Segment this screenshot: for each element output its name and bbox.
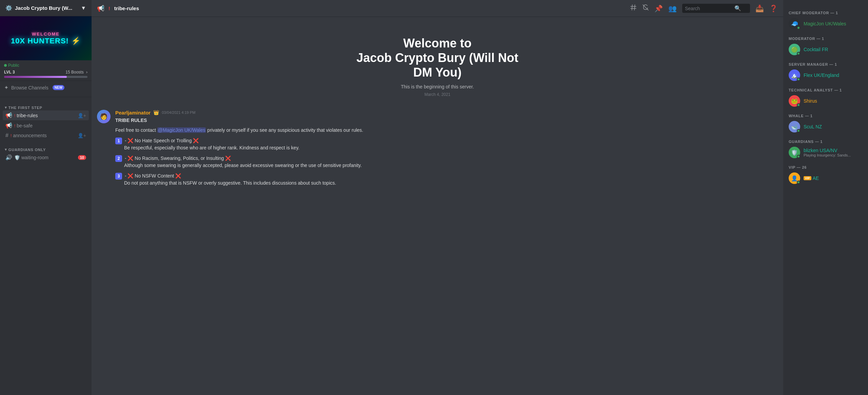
- member-group-server-mgr: SERVER MANAGER — 1: [786, 60, 865, 68]
- avatar: 🧑: [97, 110, 111, 123]
- hash-icon-announcements: #: [5, 132, 8, 139]
- add-user-icon-announcements[interactable]: 👤+: [78, 133, 86, 138]
- hashtag-icon[interactable]: [630, 4, 637, 13]
- rule-3-body: Do not post anything that is NSFW or ove…: [124, 180, 778, 187]
- member-item-cocktail[interactable]: 🟢 Cocktail FR: [786, 42, 865, 57]
- member-name-shirus: Shirus: [804, 98, 863, 104]
- channel-group-label-first-step[interactable]: ▾ THE FIRST STEP: [3, 105, 89, 110]
- channel-group-guardians: ▾ GUARDIANS ONLY 🔊 🛡️ waiting-room 10: [0, 142, 92, 164]
- rule-3-num: 3: [115, 173, 122, 180]
- avatar-ae: 👤: [789, 172, 800, 184]
- public-dot: [4, 64, 7, 67]
- members-icon[interactable]: 👥: [668, 4, 677, 13]
- member-group-chief-mod: CHIEF MODERATOR — 1: [786, 8, 865, 16]
- divider: [0, 97, 92, 97]
- member-info-shirus: Shirus: [804, 98, 863, 104]
- banner-main-text: 10X HUNTERS! ⚡: [11, 37, 81, 45]
- bell-slash-icon[interactable]: [642, 4, 649, 13]
- member-group-vip: VIP — 26: [786, 163, 865, 171]
- member-item-shirus[interactable]: 🐸 Shirus: [786, 93, 865, 108]
- server-banner: WELCOME 10X HUNTERS! ⚡: [0, 16, 92, 60]
- online-dot-scul: [797, 129, 800, 132]
- browse-channels-icon: ✦: [4, 84, 8, 91]
- message-group: 🧑 Pearljaminator 👑 03/04/2021 4:19 PM TR…: [97, 107, 778, 193]
- boost-bar-area: Public LVL 3 15 Boosts ›: [0, 60, 92, 81]
- channel-header: 📢 ! tribe-rules 📌 👥 🔍: [92, 0, 783, 17]
- welcome-subtitle: This is the beginning of this server.: [104, 84, 771, 89]
- rules-list: 1 - ❌ No Hate Speech or Trolling ❌ Be re…: [115, 137, 778, 187]
- boost-count: 15 Boosts ›: [65, 70, 87, 75]
- new-badge: NEW: [53, 85, 64, 90]
- member-info-cocktail: Cocktail FR: [804, 47, 863, 52]
- online-dot-flex: [797, 78, 800, 81]
- boost-bar: [4, 76, 87, 78]
- channel-badge-waiting-room: 10: [78, 155, 86, 160]
- message-timestamp: 03/04/2021 4:19 PM: [162, 110, 195, 115]
- online-dot-magicjon: [797, 26, 800, 29]
- message-author: Pearljaminator: [115, 110, 151, 116]
- channel-name-waiting-room: 🛡️ waiting-room: [14, 155, 76, 160]
- server-name: Jacob Crypto Bury (W...: [15, 5, 72, 11]
- rule-2-num: 2: [115, 155, 122, 162]
- rule-2-body: Although some swearing is generally acce…: [124, 162, 778, 169]
- rule-1: 1 - ❌ No Hate Speech or Trolling ❌ Be re…: [115, 137, 778, 151]
- welcome-title: Welcome to Jacob Crypto Bury (Will Not D…: [104, 36, 771, 80]
- inbox-icon[interactable]: 📥: [755, 4, 764, 13]
- messages-area[interactable]: Welcome to Jacob Crypto Bury (Will Not D…: [92, 17, 783, 395]
- welcome-date: March 4, 2021: [104, 92, 771, 97]
- channel-groups: ▾ THE FIRST STEP 📢 ! tribe-rules 👤+ 📢 ! …: [0, 100, 92, 164]
- server-header[interactable]: ⚙️ Jacob Crypto Bury (W... ▼: [0, 0, 92, 16]
- member-name-scul: ScuL NZ: [804, 124, 863, 129]
- member-group-guardians: GUARDIANS — 1: [786, 137, 865, 145]
- member-item-magicjon[interactable]: 🧢 MagicJon UK/Wales: [786, 16, 865, 31]
- rule-1-num: 1: [115, 138, 122, 144]
- sidebar-right: CHIEF MODERATOR — 1 🧢 MagicJon UK/Wales …: [783, 0, 868, 395]
- online-dot-ae: [797, 181, 800, 184]
- member-name-flex: Flex UK/England: [804, 72, 863, 78]
- announce-icon-tribe-rules: 📢: [5, 112, 12, 119]
- member-name-blizken: blizken USA/NV: [804, 148, 863, 153]
- search-bar[interactable]: 🔍: [682, 4, 750, 13]
- channel-name-be-safe: ! be-safe: [14, 123, 86, 128]
- member-item-flex[interactable]: 🏔️ Flex UK/England: [786, 68, 865, 83]
- channel-item-be-safe[interactable]: 📢 ! be-safe: [3, 121, 89, 130]
- pin-icon[interactable]: 📌: [654, 4, 663, 13]
- intro-paragraph: Feel free to contact @MagicJon UK/Wales …: [115, 127, 778, 134]
- search-icon: 🔍: [734, 5, 741, 12]
- member-name-magicjon: MagicJon UK/Wales: [804, 21, 863, 26]
- mention[interactable]: @MagicJon UK/Wales: [157, 127, 206, 133]
- member-item-scul[interactable]: 🐋 ScuL NZ: [786, 119, 865, 134]
- channel-group-label-guardians[interactable]: ▾ GUARDIANS ONLY: [3, 147, 89, 152]
- member-item-ae[interactable]: 👤 VIP AE: [786, 171, 865, 186]
- member-item-blizken[interactable]: 🛡️ blizken USA/NV Playing Insurgency: Sa…: [786, 145, 865, 160]
- member-info-scul: ScuL NZ: [804, 124, 863, 129]
- message-header: Pearljaminator 👑 03/04/2021 4:19 PM: [115, 110, 778, 116]
- browse-channels-button[interactable]: ✦ Browse Channels NEW: [0, 81, 92, 94]
- member-group-mod: MODERATOR — 1: [786, 34, 865, 42]
- server-header-chevron: ▼: [81, 5, 86, 11]
- avatar-magicjon: 🧢: [789, 18, 800, 29]
- channel-item-tribe-rules[interactable]: 📢 ! tribe-rules 👤+: [3, 110, 89, 120]
- search-input[interactable]: [685, 6, 732, 11]
- rule-3-title: - ❌ No NSFW Content ❌: [125, 173, 181, 179]
- member-info-magicjon: MagicJon UK/Wales: [804, 21, 863, 26]
- add-user-icon-tribe-rules[interactable]: 👤+: [78, 113, 86, 118]
- channel-header-alert: !: [108, 6, 110, 11]
- channel-item-announcements[interactable]: # ! announcements 👤+: [3, 131, 89, 140]
- rule-2: 2 - ❌ No Racism, Swearing, Politics, or …: [115, 155, 778, 169]
- boost-row: LVL 3 15 Boosts ›: [4, 70, 87, 75]
- member-name-ae: AE: [813, 175, 819, 181]
- help-icon[interactable]: ❓: [769, 4, 778, 13]
- rule-1-body: Be respectful, especially those who are …: [124, 144, 778, 151]
- boost-fill: [4, 76, 67, 78]
- member-info-ae: VIP AE: [804, 175, 863, 181]
- channel-header-announce-icon: 📢: [97, 5, 104, 12]
- main-content: 📢 ! tribe-rules 📌 👥 🔍: [92, 0, 783, 395]
- header-actions: 📌 👥 🔍 📥 ❓: [630, 4, 778, 13]
- browse-channels-label: Browse Channels: [11, 85, 48, 90]
- banner-welcome-text: WELCOME: [11, 32, 81, 37]
- channel-item-waiting-room[interactable]: 🔊 🛡️ waiting-room 10: [3, 152, 89, 162]
- rule-2-title: - ❌ No Racism, Swearing, Politics, or In…: [125, 155, 231, 161]
- avatar-blizken: 🛡️: [789, 147, 800, 158]
- boost-level: LVL 3: [4, 70, 15, 75]
